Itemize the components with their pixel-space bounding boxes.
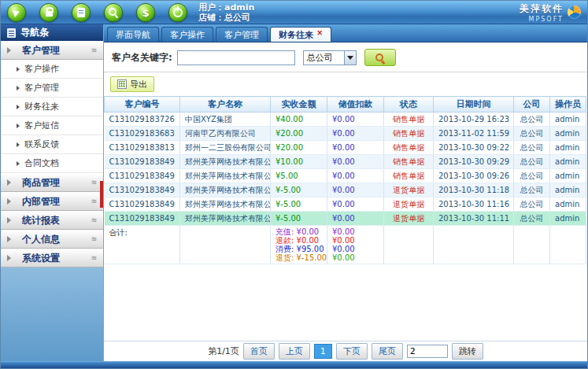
search-icon[interactable]: [104, 3, 123, 22]
table-row[interactable]: C131029183849郑州美萍网络技术有限公司¥5.00¥0.00销售单据2…: [105, 169, 586, 183]
tab-label: 客户管理: [224, 29, 259, 41]
go-arrow-icon: [13, 7, 21, 17]
table-cell: 销售单据: [384, 113, 434, 127]
tab-finance[interactable]: 财务往来: [270, 27, 331, 42]
jump-page-input[interactable]: [407, 345, 448, 358]
export-icon: [117, 79, 127, 89]
table-cell: ¥0.00: [327, 169, 384, 183]
jump-button[interactable]: 跳转: [452, 343, 483, 360]
sidebar-item-customer-ops[interactable]: 客户操作: [1, 60, 103, 79]
search-label: 客户名关键字:: [112, 51, 172, 65]
table-cell: 郑州美萍网络技术有限公司: [180, 212, 271, 226]
sidebar-item-customer-mgmt[interactable]: 客户管理: [1, 79, 103, 98]
sidebar-group-label: 商品管理: [22, 176, 60, 190]
table-header-row: 客户编号 客户名称 实收金额 储值扣款 状态 日期时间 公司 操作员: [105, 97, 586, 113]
table-row[interactable]: C131029183726中国XYZ集团¥40.00¥0.00销售单据2013-…: [105, 113, 586, 127]
table-cell: 总公司: [514, 183, 550, 197]
report-icon[interactable]: [72, 3, 91, 22]
table-cell: ¥20.00: [271, 141, 327, 155]
user-value: admin: [224, 2, 254, 13]
table-row[interactable]: C131029183683河南甲乙丙有限公司¥20.00¥0.00销售单据201…: [105, 127, 586, 141]
last-page-button[interactable]: 尾页: [372, 343, 403, 360]
totals-empty: [514, 226, 550, 264]
table-cell: 郑州美萍网络技术有限公司: [180, 169, 271, 183]
table-cell: 总公司: [514, 141, 550, 155]
bullet-icon: [17, 67, 20, 72]
total-line: 充值: ¥0.00: [276, 227, 322, 236]
table-cell: admin: [550, 183, 586, 197]
tab-customer-mgmt[interactable]: 客户管理: [216, 27, 268, 42]
sidebar-item-feedback[interactable]: 联系反馈: [1, 135, 103, 154]
table-row[interactable]: C131029183849郑州美萍网络技术有限公司¥10.00¥0.00销售单据…: [105, 155, 586, 169]
notepad-icon: [7, 28, 16, 38]
search-button[interactable]: [364, 49, 396, 66]
chevron-right-icon: [7, 198, 11, 205]
sidebar-group-internal[interactable]: 内部管理≋: [1, 192, 103, 211]
user-label: 用户：: [198, 2, 224, 13]
sidebar-item-finance[interactable]: 财务往来: [1, 98, 103, 116]
tab-home-nav[interactable]: 界面导航: [107, 27, 159, 42]
table-cell: 河南甲乙丙有限公司: [180, 127, 271, 141]
power-icon[interactable]: [168, 3, 187, 22]
total-line: 消费: ¥95.00: [276, 245, 322, 253]
chevron-down-icon[interactable]: [344, 50, 357, 65]
col-company: 公司: [514, 97, 550, 113]
sidebar-sublist: 客户操作 客户管理 财务往来 客户短信 联系反馈 合同文档: [1, 60, 103, 173]
finance-table: 客户编号 客户名称 实收金额 储值扣款 状态 日期时间 公司 操作员 C1310…: [104, 96, 586, 264]
bullet-icon: [17, 105, 20, 109]
search-input[interactable]: [177, 50, 295, 65]
table-cell: C131029183849: [105, 169, 180, 183]
tab-close-icon[interactable]: [316, 28, 323, 37]
table-cell: 退货单据: [384, 197, 434, 212]
go-icon[interactable]: [7, 3, 26, 22]
sidebar-item-contracts[interactable]: 合同文档: [1, 154, 103, 173]
table-cell: 总公司: [514, 212, 550, 226]
sidebar-group-personal[interactable]: 个人信息≋: [1, 230, 103, 249]
table-cell: 2013-10-30 09:26: [434, 169, 514, 183]
lock-icon[interactable]: [39, 3, 58, 22]
brand-logo-icon: [568, 6, 581, 19]
table-cell: 总公司: [514, 169, 550, 183]
sidebar-filler: [1, 268, 103, 361]
sidebar-group-customer-mgmt[interactable]: 客户管理 ≋: [1, 41, 103, 60]
table-cell: admin: [550, 197, 586, 212]
sidebar-item-sms[interactable]: 客户短信: [1, 116, 103, 135]
company-select[interactable]: 总公司: [303, 50, 357, 65]
table-cell: ¥0.00: [327, 155, 384, 169]
power-glyph-icon: [173, 8, 183, 17]
table-cell: 2013-10-30 09:22: [434, 141, 514, 155]
table-cell: ¥0.00: [327, 127, 384, 141]
export-button[interactable]: 导出: [110, 76, 154, 92]
user-info: 用户：admin 店铺：总公司: [198, 2, 254, 23]
brand: 美萍软件 MPSOFT: [520, 2, 581, 23]
dollar-glyph-icon: [142, 5, 149, 20]
export-label: 导出: [130, 79, 147, 90]
table-cell: 2013-10-30 11:16: [434, 197, 514, 212]
sidebar-group-settings[interactable]: 系统设置≋: [1, 249, 103, 268]
sidebar-group-reports[interactable]: 统计报表≋: [1, 211, 103, 230]
sidebar-group-products[interactable]: 商品管理≋: [1, 173, 103, 192]
next-page-button[interactable]: 下页: [336, 343, 368, 360]
table-cell: ¥0.00: [327, 183, 384, 197]
totals-empty: [180, 226, 271, 264]
current-page-button[interactable]: 1: [314, 344, 332, 359]
first-page-button[interactable]: 首页: [243, 343, 275, 360]
sidebar-title-label: 导航条: [20, 26, 49, 39]
table-row[interactable]: C131029183849郑州美萍网络技术有限公司¥-5.00¥0.00退货单据…: [105, 183, 586, 197]
tab-customer-ops[interactable]: 客户操作: [161, 27, 213, 42]
table-row[interactable]: C131029183849郑州美萍网络技术有限公司¥-5.00¥0.00退货单据…: [105, 197, 586, 212]
sidebar-group-label: 客户管理: [22, 44, 60, 57]
sidebar: 导航条 客户管理 ≋ 客户操作 客户管理 财务往来 客户短信 联系反馈 合同文档…: [1, 24, 104, 361]
top-icon-row: [7, 3, 187, 22]
table-row[interactable]: C131029183849郑州美萍网络技术有限公司¥-5.00¥0.00退货单据…: [105, 212, 586, 226]
money-icon[interactable]: [136, 3, 155, 22]
sidebar-title: 导航条: [1, 24, 103, 41]
prev-page-button[interactable]: 上页: [279, 343, 310, 360]
collapse-icon: ≋: [91, 47, 97, 54]
company-select-value[interactable]: 总公司: [303, 50, 344, 65]
table-row[interactable]: C131029183813郑州一二三股份有限公司¥20.00¥0.00销售单据2…: [105, 141, 586, 155]
sidebar-group-label: 内部管理: [22, 195, 60, 208]
table-cell: ¥0.00: [327, 197, 384, 212]
table-cell: ¥5.00: [271, 169, 327, 183]
table-cell: 2013-10-30 11:11: [434, 212, 514, 226]
